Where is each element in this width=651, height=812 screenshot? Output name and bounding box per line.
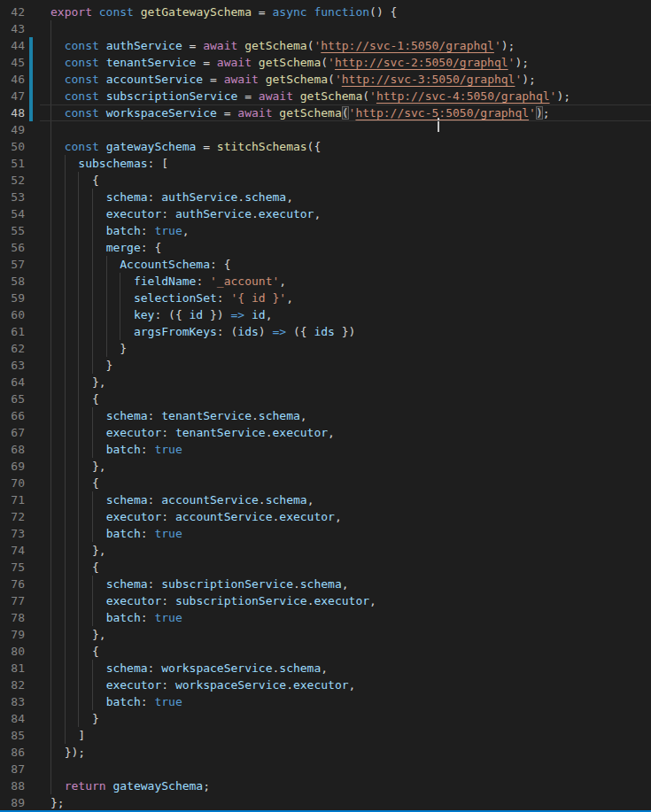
indent-guide bbox=[65, 424, 66, 441]
code-line[interactable]: 69 }, bbox=[0, 458, 651, 475]
indent-guide bbox=[92, 239, 93, 256]
indent-guide bbox=[120, 323, 120, 340]
code-line[interactable]: 86 }); bbox=[0, 744, 651, 761]
code-line[interactable]: 82 executor: workspaceService.executor, bbox=[0, 677, 651, 693]
token: : bbox=[196, 275, 210, 288]
code-line[interactable]: 65 { bbox=[0, 391, 651, 407]
token: . bbox=[237, 190, 244, 204]
code-line[interactable]: 80 { bbox=[0, 643, 651, 660]
code-line[interactable]: 48 const workspaceService = await getSch… bbox=[0, 104, 651, 121]
code-line[interactable]: 46 const accountService = await getSchem… bbox=[0, 71, 651, 88]
indent-guide bbox=[50, 609, 51, 626]
code-line[interactable]: 74 }, bbox=[0, 542, 651, 559]
token: ; bbox=[543, 106, 550, 120]
indent-guide bbox=[78, 357, 79, 374]
code-line[interactable]: 50 const gatewaySchema = stitchSchemas({ bbox=[0, 138, 651, 155]
token: , bbox=[266, 308, 273, 321]
code-line[interactable]: 72 executor: accountService.executor, bbox=[0, 508, 651, 525]
code-line[interactable]: 51 subschemas: [ bbox=[0, 155, 651, 172]
code-line[interactable]: 63 } bbox=[0, 357, 651, 374]
code-line[interactable]: 84 } bbox=[0, 710, 651, 727]
code-line[interactable]: 61 argsFromKeys: (ids) => ({ ids }) bbox=[0, 323, 651, 340]
code-line[interactable]: 42export const getGatewaySchema = async … bbox=[0, 4, 651, 20]
indent-guide bbox=[65, 643, 66, 660]
indent-guide bbox=[92, 323, 93, 340]
indent-guide bbox=[78, 677, 79, 693]
token: ); bbox=[556, 89, 570, 103]
token: : bbox=[148, 190, 162, 204]
indent-guide bbox=[78, 542, 79, 559]
code-text bbox=[33, 20, 651, 37]
token: executor bbox=[279, 510, 335, 523]
code-text: const authService = await getSchema('htt… bbox=[33, 37, 651, 54]
code-line[interactable]: 49 bbox=[0, 121, 651, 138]
code-line[interactable]: 75 { bbox=[0, 559, 651, 576]
code-line[interactable]: 85 ] bbox=[0, 727, 651, 744]
code-line[interactable]: 67 executor: tenantService.executor, bbox=[0, 424, 651, 441]
code-line[interactable]: 71 schema: accountService.schema, bbox=[0, 491, 651, 508]
code-line[interactable]: 68 batch: true bbox=[0, 441, 651, 458]
token: ' bbox=[328, 56, 335, 69]
code-line[interactable]: 87 bbox=[0, 761, 651, 777]
code-line[interactable]: 77 executor: subscriptionService.executo… bbox=[0, 592, 651, 609]
code-text: batch: true, bbox=[33, 222, 651, 239]
indent-guide bbox=[50, 559, 51, 576]
code-line[interactable]: 62 } bbox=[0, 340, 651, 357]
code-line[interactable]: 79 }, bbox=[0, 626, 651, 643]
token: : bbox=[148, 661, 162, 675]
token: workspaceService bbox=[175, 678, 286, 692]
indent-guide bbox=[92, 592, 93, 609]
line-number: 65 bbox=[0, 391, 25, 407]
token: => bbox=[231, 308, 245, 321]
code-line[interactable]: 44 const authService = await getSchema('… bbox=[0, 37, 651, 54]
indent-guide bbox=[78, 559, 79, 576]
code-line[interactable]: 70 { bbox=[0, 475, 651, 491]
indent-guide bbox=[65, 508, 66, 525]
code-line[interactable]: 78 batch: true bbox=[0, 609, 651, 626]
indent-guide bbox=[65, 475, 66, 491]
code-line[interactable]: 81 schema: workspaceService.schema, bbox=[0, 660, 651, 677]
code-line[interactable]: 45 const tenantService = await getSchema… bbox=[0, 54, 651, 71]
code-line[interactable]: 53 schema: authService.schema, bbox=[0, 189, 651, 205]
indent-guide bbox=[65, 273, 66, 290]
token: { bbox=[50, 392, 99, 406]
code-line[interactable]: 73 batch: true bbox=[0, 525, 651, 542]
code-line[interactable]: 52 { bbox=[0, 172, 651, 189]
code-line[interactable]: 55 batch: true, bbox=[0, 222, 651, 239]
indent-guide bbox=[50, 239, 51, 256]
line-number: 59 bbox=[0, 290, 25, 306]
indent-guide bbox=[78, 189, 79, 205]
code-line[interactable]: 47 const subscriptionService = await get… bbox=[0, 88, 651, 104]
code-line[interactable]: 88 return gatewaySchema; bbox=[0, 777, 651, 794]
token: fieldName bbox=[134, 275, 196, 288]
token: ({ bbox=[307, 140, 322, 153]
line-number: 83 bbox=[0, 693, 25, 710]
indent-guide bbox=[78, 256, 79, 273]
token: schema bbox=[244, 190, 286, 204]
code-line[interactable]: 83 batch: true bbox=[0, 693, 651, 710]
indent-guide bbox=[78, 609, 79, 626]
indent-guide bbox=[65, 391, 66, 407]
code-line[interactable]: 57 AccountSchema: { bbox=[0, 256, 651, 273]
token: : ({ bbox=[154, 308, 189, 321]
code-line[interactable]: 54 executor: authService.executor, bbox=[0, 205, 651, 222]
code-text: selectionSet: '{ id }', bbox=[33, 290, 651, 306]
indent-guide bbox=[65, 542, 66, 559]
line-number: 72 bbox=[0, 508, 25, 525]
code-text: const workspaceService = await getSchema… bbox=[33, 104, 651, 121]
code-line[interactable]: 89}; bbox=[0, 794, 651, 811]
indent-guide bbox=[65, 592, 66, 609]
code-line[interactable]: 58 fieldName: '_account', bbox=[0, 273, 651, 290]
code-line[interactable]: 43 bbox=[0, 20, 651, 37]
code-line[interactable]: 56 merge: { bbox=[0, 239, 651, 256]
token bbox=[99, 106, 106, 120]
token: , bbox=[328, 426, 335, 439]
code-line[interactable]: 59 selectionSet: '{ id }', bbox=[0, 290, 651, 306]
token: , bbox=[307, 493, 314, 507]
code-line[interactable]: 76 schema: subscriptionService.schema, bbox=[0, 576, 651, 592]
code-line[interactable]: 60 key: ({ id }) => id, bbox=[0, 306, 651, 323]
indent-guide bbox=[120, 273, 120, 290]
code-line[interactable]: 66 schema: tenantService.schema, bbox=[0, 407, 651, 424]
code-editor: 42export const getGatewaySchema = async … bbox=[0, 0, 651, 812]
code-line[interactable]: 64 }, bbox=[0, 374, 651, 391]
